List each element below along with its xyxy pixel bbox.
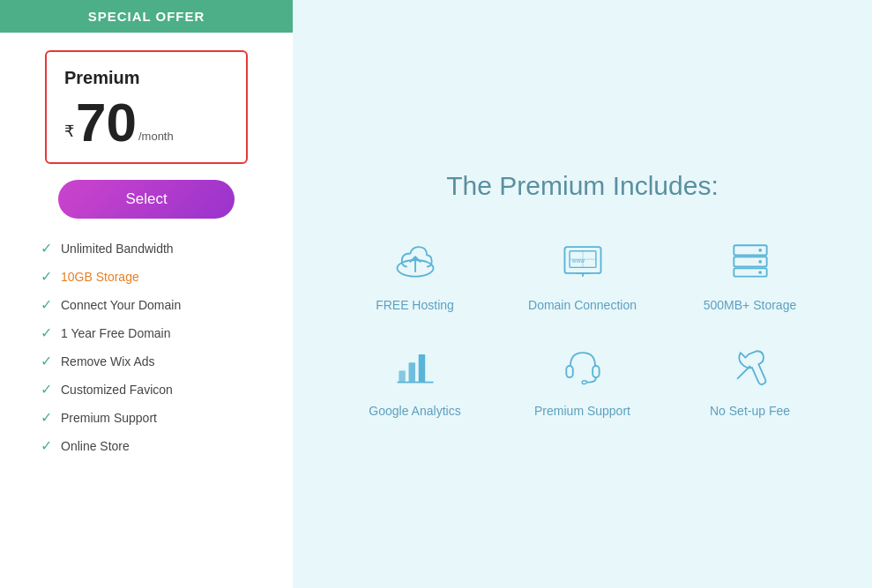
feature-label: Remove Wix Ads [61, 354, 155, 368]
feature-card-label: 500MB+ Storage [704, 298, 796, 312]
globe-icon: www [555, 233, 610, 287]
wrench-icon [723, 339, 778, 393]
feature-card-label: Google Analytics [369, 404, 460, 418]
svg-rect-11 [408, 362, 414, 382]
select-button[interactable]: Select [58, 180, 235, 219]
feature-card: No Set-up Fee [689, 339, 812, 418]
feature-label: Customized Favicon [61, 383, 173, 397]
feature-item: ✓10GB Storage [41, 268, 261, 285]
feature-card: www Domain Connection [521, 233, 645, 312]
feature-item: ✓Unlimited Bandwidth [41, 240, 261, 257]
feature-card: FREE Hosting [354, 233, 477, 312]
left-panel: SPECIAL OFFER Premium ₹ 70 /month Select… [0, 0, 293, 588]
feature-card-label: Premium Support [534, 404, 630, 418]
feature-card-label: FREE Hosting [376, 298, 454, 312]
svg-point-9 [758, 271, 762, 274]
check-icon: ✓ [41, 353, 52, 369]
plan-period: /month [138, 130, 174, 143]
feature-item: ✓Connect Your Domain [41, 296, 261, 313]
svg-line-16 [737, 366, 750, 379]
check-icon: ✓ [41, 268, 52, 285]
feature-card: Google Analytics [354, 339, 477, 418]
feature-item: ✓1 Year Free Domain [41, 324, 261, 341]
plan-amount: 70 [76, 95, 137, 150]
feature-card: Premium Support [521, 339, 645, 418]
check-icon: ✓ [41, 409, 52, 426]
svg-rect-14 [593, 366, 599, 377]
feature-card: 500MB+ Storage [689, 233, 812, 312]
special-offer-banner: SPECIAL OFFER [0, 0, 293, 33]
features-row: Google Analytics Premium Support No Set-… [336, 339, 830, 418]
svg-rect-10 [399, 370, 405, 382]
check-icon: ✓ [41, 296, 52, 313]
features-row: FREE Hosting www Domain Connection 500MB… [336, 233, 830, 312]
features-list: ✓Unlimited Bandwidth✓10GB Storage✓Connec… [32, 240, 261, 465]
feature-item: ✓Premium Support [41, 409, 261, 426]
right-panel: The Premium Includes: FREE Hosting www D… [293, 0, 872, 588]
includes-title: The Premium Includes: [446, 171, 718, 201]
features-grid: FREE Hosting www Domain Connection 500MB… [336, 233, 830, 418]
svg-rect-13 [566, 366, 572, 377]
analytics-icon [388, 339, 443, 393]
feature-item: ✓Online Store [41, 437, 261, 454]
plan-card: Premium ₹ 70 /month [45, 50, 248, 164]
feature-label: 1 Year Free Domain [61, 326, 171, 340]
cloud-upload-icon [388, 233, 443, 287]
svg-point-7 [758, 248, 762, 251]
feature-item: ✓Remove Wix Ads [41, 353, 261, 369]
check-icon: ✓ [41, 437, 52, 454]
check-icon: ✓ [41, 381, 52, 398]
feature-label: Unlimited Bandwidth [61, 242, 174, 256]
plan-name: Premium [64, 68, 140, 88]
feature-label: Online Store [61, 439, 130, 453]
svg-point-8 [758, 260, 762, 264]
check-icon: ✓ [41, 240, 52, 257]
storage-icon [723, 233, 778, 287]
check-icon: ✓ [41, 324, 52, 341]
feature-card-label: No Set-up Fee [710, 404, 790, 418]
feature-item: ✓Customized Favicon [41, 381, 261, 398]
feature-label: Connect Your Domain [61, 298, 181, 312]
plan-price-row: ₹ 70 /month [64, 95, 174, 150]
feature-card-label: Domain Connection [528, 298, 637, 312]
svg-rect-12 [418, 354, 424, 382]
headset-icon [555, 339, 610, 393]
feature-label: 10GB Storage [61, 270, 139, 284]
plan-currency: ₹ [64, 122, 74, 141]
feature-label: Premium Support [61, 411, 157, 425]
